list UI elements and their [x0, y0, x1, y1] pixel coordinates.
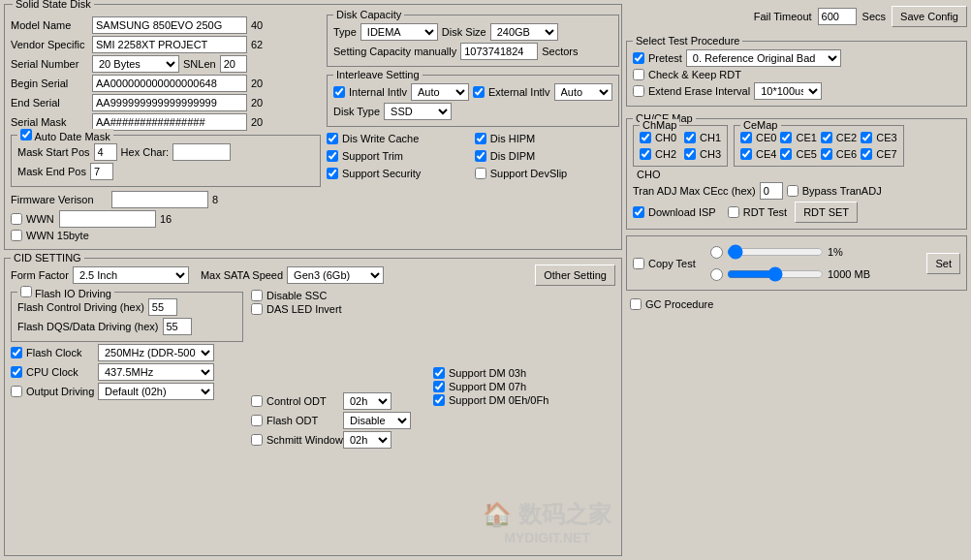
max-sata-speed-select[interactable]: Gen3 (6Gb)	[287, 266, 384, 284]
flash-odt-select[interactable]: Disable	[343, 412, 411, 429]
chce-map-content: ChMap CH0 CH1 CH2	[633, 125, 960, 167]
snlen-input[interactable]	[220, 55, 247, 73]
flash-clock-select[interactable]: 250MHz (DDR-500)	[98, 344, 214, 361]
copy-test-checkbox[interactable]	[633, 258, 644, 269]
chce-map-box: CH/CE Map ChMap CH0 CH1	[626, 118, 967, 230]
internal-intlv-select[interactable]: Auto	[411, 83, 469, 101]
fail-timeout-input[interactable]	[818, 8, 857, 25]
internal-intlv-checkbox[interactable]	[333, 86, 345, 98]
mask-start-pos-input[interactable]	[94, 143, 117, 161]
check-keep-label: Check & Keep RDT	[648, 69, 741, 80]
wwn-label: WWN	[26, 213, 55, 225]
ce1-checkbox[interactable]	[780, 132, 792, 143]
ch3-checkbox[interactable]	[684, 148, 696, 160]
other-setting-button[interactable]: Other Setting	[535, 264, 615, 286]
cid-left: Flash IO Driving Flash Control Driving (…	[11, 288, 243, 451]
firmware-version-input[interactable]	[111, 191, 208, 208]
rdt-test-checkbox[interactable]	[728, 206, 739, 218]
set-button[interactable]: Set	[926, 253, 960, 274]
dis-hipm-checkbox[interactable]	[475, 133, 486, 144]
ce2-checkbox[interactable]	[821, 132, 832, 143]
support-dm07h-label: Support DM 07h	[449, 381, 526, 392]
control-odt-select[interactable]: 02h	[343, 392, 392, 410]
end-serial-input[interactable]	[92, 94, 247, 111]
disable-ssc-checkbox[interactable]	[251, 290, 263, 301]
slider1-radio[interactable]	[710, 246, 723, 259]
check-keep-checkbox[interactable]	[633, 69, 644, 80]
percent-slider[interactable]	[727, 244, 824, 260]
setting-capacity-label: Setting Capacity manually	[333, 46, 456, 57]
external-intlv-select[interactable]: Auto	[554, 83, 612, 101]
form-factor-select[interactable]: 2.5 Inch	[73, 266, 189, 284]
output-driving-checkbox[interactable]	[11, 386, 22, 397]
main-container: Solid State Disk Model Name SAMSUNG 850E…	[0, 0, 971, 560]
ce7-checkbox[interactable]	[861, 148, 872, 160]
mask-end-pos-input[interactable]	[90, 163, 113, 180]
vendor-specific-input[interactable]	[92, 36, 247, 53]
support-security-checkbox[interactable]	[327, 168, 338, 179]
support-trim-checkbox[interactable]	[327, 150, 338, 162]
cpu-clock-select[interactable]: 437.5MHz	[98, 363, 214, 381]
begin-serial-input[interactable]	[92, 75, 247, 92]
disk-type-select[interactable]: SSD	[384, 103, 452, 120]
ce4-checkbox[interactable]	[740, 148, 752, 160]
support-dm07h-checkbox[interactable]	[433, 381, 445, 392]
dis-write-cache-checkbox[interactable]	[327, 133, 338, 144]
cpu-clock-checkbox[interactable]	[11, 366, 22, 378]
extend-erase-checkbox[interactable]	[633, 85, 644, 97]
flash-dqs-driving-input[interactable]	[163, 318, 192, 335]
ce6-checkbox[interactable]	[821, 148, 832, 160]
type-select[interactable]: IDEMA	[360, 23, 438, 41]
tran-adj-input[interactable]	[760, 182, 783, 200]
ch2-row: CH2	[640, 148, 676, 160]
wwn-input[interactable]	[59, 210, 156, 228]
chmap-label: ChMap	[640, 119, 679, 131]
flash-io-driving-checkbox[interactable]	[20, 286, 32, 297]
extend-erase-select[interactable]: 10*100us	[754, 82, 822, 100]
disk-size-select[interactable]: 240GB	[490, 23, 558, 41]
dis-dipm-checkbox[interactable]	[475, 150, 486, 162]
output-driving-select[interactable]: Default (02h)	[98, 383, 214, 400]
external-intlv-checkbox[interactable]	[473, 86, 485, 98]
slider2-radio[interactable]	[710, 268, 723, 281]
flash-clock-checkbox[interactable]	[11, 347, 22, 358]
pretest-select[interactable]: 0. Reference Original Bad	[686, 49, 841, 67]
wwn-checkbox[interactable]	[11, 213, 22, 225]
download-isp-checkbox[interactable]	[633, 206, 644, 218]
mb-slider[interactable]	[727, 266, 824, 282]
flash-odt-row: Flash ODT Disable	[251, 412, 425, 429]
pretest-checkbox[interactable]	[633, 52, 644, 64]
flash-odt-checkbox[interactable]	[251, 415, 263, 426]
ssd-section: Solid State Disk Model Name SAMSUNG 850E…	[4, 4, 622, 250]
wwn15-checkbox[interactable]	[11, 230, 22, 241]
hex-char-input[interactable]	[172, 143, 231, 161]
serial-mask-input[interactable]	[92, 113, 247, 131]
support-dm0e-row: Support DM 0Eh/0Fh	[433, 394, 615, 406]
support-dm0e-checkbox[interactable]	[433, 394, 445, 406]
save-config-button[interactable]: Save Config	[892, 6, 967, 27]
ce0-checkbox[interactable]	[740, 132, 752, 143]
ce6-row: CE6	[821, 148, 857, 160]
control-odt-checkbox[interactable]	[251, 395, 263, 407]
serial-number-select[interactable]: 20 Bytes	[92, 55, 179, 73]
rdt-set-button[interactable]: RDT SET	[795, 202, 858, 223]
flash-control-driving-input[interactable]	[148, 298, 177, 316]
das-led-checkbox[interactable]	[251, 303, 263, 315]
model-name-input[interactable]: SAMSUNG 850EVO 250G	[92, 16, 247, 34]
gc-procedure-checkbox[interactable]	[630, 298, 642, 310]
write-options: Dis Write Cache Dis HIPM Support Trim	[327, 131, 619, 181]
ce0-row: CE0	[740, 132, 776, 143]
support-dm03h-checkbox[interactable]	[433, 367, 445, 379]
ch0-checkbox[interactable]	[640, 132, 651, 143]
schmitt-window-checkbox[interactable]	[251, 434, 263, 446]
support-devslip-checkbox[interactable]	[475, 168, 486, 179]
setting-capacity-input[interactable]	[460, 43, 538, 60]
schmitt-window-select[interactable]: 02h	[343, 431, 392, 449]
bypass-tran-adj-checkbox[interactable]	[787, 185, 799, 197]
ce3-checkbox[interactable]	[861, 132, 872, 143]
ce5-checkbox[interactable]	[780, 148, 792, 160]
auto-date-mask-checkbox[interactable]	[20, 129, 32, 140]
cid-setting-label: CID SETTING	[11, 252, 84, 264]
ch1-checkbox[interactable]	[684, 132, 696, 143]
ch2-checkbox[interactable]	[640, 148, 651, 160]
